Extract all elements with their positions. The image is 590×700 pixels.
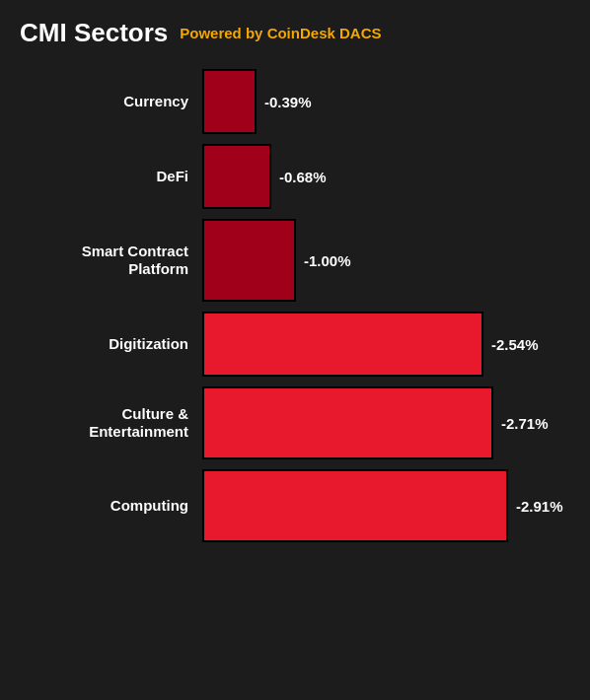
bar-value-computing: -2.91%: [516, 498, 563, 515]
bar-row-digitization: Digitization-2.54%: [20, 309, 570, 380]
bar-wrap-currency: -0.39%: [202, 66, 570, 137]
bar-value-culture: -2.71%: [501, 415, 549, 432]
bar-value-defi: -0.68%: [279, 169, 327, 185]
bar-label-computing: Computing: [20, 497, 202, 515]
bar-fill-currency: [202, 69, 257, 134]
bar-fill-defi: [202, 144, 271, 209]
bar-fill-culture: [202, 386, 493, 459]
chart-header: CMI Sectors Powered by CoinDesk DACS: [20, 18, 570, 48]
bar-row-culture: Culture &Entertainment-2.71%: [20, 384, 570, 462]
main-container: CMI Sectors Powered by CoinDesk DACS Cur…: [0, 0, 590, 700]
bar-wrap-digitization: -2.54%: [202, 309, 570, 380]
bar-row-currency: Currency-0.39%: [20, 66, 570, 137]
bar-fill-digitization: [202, 312, 483, 377]
bar-wrap-computing: -2.91%: [202, 466, 570, 545]
chart-title: CMI Sectors: [20, 18, 168, 48]
bar-value-digitization: -2.54%: [491, 336, 539, 353]
bar-label-defi: DeFi: [20, 168, 202, 185]
bar-wrap-defi: -0.68%: [202, 141, 570, 212]
bar-label-scp: Smart ContractPlatform: [20, 243, 202, 278]
bar-fill-scp: [202, 219, 296, 302]
bar-fill-computing: [202, 469, 508, 542]
bar-label-culture: Culture &Entertainment: [20, 405, 202, 441]
bar-chart: Currency-0.39%DeFi-0.68%Smart ContractPl…: [20, 66, 570, 549]
bar-wrap-culture: -2.71%: [202, 384, 570, 462]
bar-row-scp: Smart ContractPlatform-1.00%: [20, 216, 570, 305]
bar-value-currency: -0.39%: [264, 94, 312, 110]
bar-row-defi: DeFi-0.68%: [20, 141, 570, 212]
bar-label-digitization: Digitization: [20, 335, 202, 353]
bar-row-computing: Computing-2.91%: [20, 466, 570, 545]
chart-subtitle: Powered by CoinDesk DACS: [180, 25, 381, 41]
bar-value-scp: -1.00%: [304, 252, 351, 269]
bar-wrap-scp: -1.00%: [202, 216, 570, 305]
bar-label-currency: Currency: [20, 93, 202, 110]
